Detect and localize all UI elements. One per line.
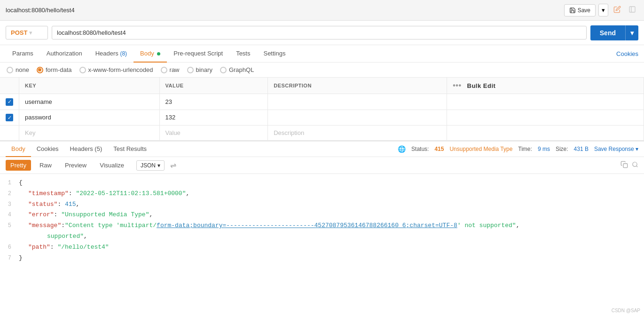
body-type-none[interactable]: none: [7, 66, 29, 73]
status-text: Unsupported Media Type: [449, 146, 512, 152]
empty-action: [447, 126, 644, 141]
tab-tests[interactable]: Tests: [229, 45, 257, 63]
body-type-form-data[interactable]: form-data: [37, 66, 72, 73]
tab-pre-request[interactable]: Pre-request Script: [167, 45, 229, 63]
th-description: DESCRIPTION: [268, 78, 447, 94]
json-line-6: 6 "path": "/hello/test4": [0, 242, 644, 253]
body-dot: [157, 52, 160, 55]
save-dropdown-button[interactable]: ▾: [598, 4, 608, 16]
tab-headers[interactable]: Headers (8): [89, 45, 134, 63]
row1-description[interactable]: [268, 94, 447, 110]
row2-checkbox[interactable]: [6, 114, 13, 121]
globe-icon: 🌐: [398, 145, 406, 153]
status-code: 415: [434, 146, 444, 152]
radio-form-data: [37, 67, 43, 73]
json-line-7: 7 }: [0, 253, 644, 264]
rtab-headers[interactable]: Headers (5): [64, 142, 108, 157]
more-options-icon[interactable]: •••: [453, 81, 461, 90]
row1-checkbox-cell: [0, 94, 19, 110]
save-button[interactable]: Save: [564, 4, 596, 16]
response-time: 9 ms: [538, 146, 550, 152]
request-section: Params Authorization Headers (8) Body Pr…: [0, 45, 644, 142]
edit-icon: [613, 6, 621, 13]
empty-checkbox-cell: [0, 126, 19, 141]
url-input[interactable]: [52, 26, 587, 39]
form-data-table: KEY VALUE DESCRIPTION ••• Bulk Edit: [0, 78, 644, 141]
body-type-binary[interactable]: binary: [187, 66, 212, 73]
row1-action: [447, 94, 644, 110]
bulk-edit-button[interactable]: Bulk Edit: [467, 82, 496, 89]
svg-line-4: [636, 166, 638, 167]
empty-description[interactable]: Description: [268, 126, 447, 141]
th-checkbox: [0, 78, 19, 94]
search-icon: [632, 161, 638, 168]
row2-description[interactable]: [268, 110, 447, 126]
rtab-cookies[interactable]: Cookies: [31, 142, 64, 157]
table-row-empty: Key Value Description: [0, 126, 644, 141]
save-response-button[interactable]: Save Response ▾: [594, 146, 638, 152]
main-content: Params Authorization Headers (8) Body Pr…: [0, 45, 644, 315]
rtab-body[interactable]: Body: [6, 142, 31, 157]
json-line-1: 1 {: [0, 178, 644, 189]
json-viewer: 1 { 2 "timestamp": "2022-05-12T11:02:13.…: [0, 174, 644, 315]
row2-value[interactable]: 132: [159, 110, 268, 126]
copy-icon: [620, 161, 628, 168]
tab-settings[interactable]: Settings: [257, 45, 292, 63]
json-line-5: 5 "message": "Content type 'multipart/fo…: [0, 220, 644, 231]
cookies-link[interactable]: Cookies: [616, 50, 638, 57]
tab-authorization[interactable]: Authorization: [40, 45, 89, 63]
send-button[interactable]: Send ▾: [590, 25, 638, 40]
body-types-row: none form-data x-www-form-urlencoded raw…: [0, 63, 644, 78]
svg-rect-0: [629, 7, 635, 12]
json-line-2: 2 "timestamp": "2022-05-12T11:02:13.581+…: [0, 189, 644, 199]
body-type-urlencoded[interactable]: x-www-form-urlencoded: [79, 66, 153, 73]
radio-none: [7, 67, 13, 73]
radio-raw: [161, 67, 167, 73]
json-line-5b: supported",: [0, 231, 644, 242]
json-line-4: 4 "error": "Unsupported Media Type",: [0, 210, 644, 220]
watermark: CSDN @SAP: [612, 308, 640, 313]
format-right-actions: [620, 161, 638, 170]
empty-value[interactable]: Value: [159, 126, 268, 141]
th-key: KEY: [19, 78, 160, 94]
format-visualize-button[interactable]: Visualize: [95, 160, 129, 171]
row2-checkbox-cell: [0, 110, 19, 126]
request-bar: POST ▾ Send ▾: [0, 21, 644, 45]
view-icon-button[interactable]: [626, 3, 638, 17]
tab-body[interactable]: Body: [134, 45, 167, 63]
radio-urlencoded: [79, 67, 86, 73]
response-tabs-row: Body Cookies Headers (5) Test Results 🌐 …: [0, 142, 644, 157]
wrap-icon-button[interactable]: ⇌: [170, 161, 176, 170]
th-actions: ••• Bulk Edit: [447, 78, 644, 94]
svg-point-3: [633, 162, 637, 166]
row1-value[interactable]: 23: [159, 94, 268, 110]
window-title: localhost:8080/hello/test4: [6, 7, 75, 14]
rtab-test-results[interactable]: Test Results: [108, 142, 152, 157]
format-raw-button[interactable]: Raw: [35, 160, 56, 171]
tab-params[interactable]: Params: [6, 45, 40, 63]
copy-button[interactable]: [620, 161, 628, 170]
empty-key[interactable]: Key: [19, 126, 160, 141]
method-select[interactable]: POST ▾: [6, 26, 48, 39]
format-pretty-button[interactable]: Pretty: [6, 160, 31, 171]
th-value: VALUE: [159, 78, 268, 94]
svg-rect-2: [623, 164, 628, 168]
body-type-raw[interactable]: raw: [161, 66, 180, 73]
save-icon: [569, 7, 576, 14]
row1-checkbox[interactable]: [6, 98, 13, 106]
response-format-row: Pretty Raw Preview Visualize JSON ▾ ⇌: [0, 157, 644, 174]
layout-icon: [628, 6, 636, 13]
table-row: password 132: [0, 110, 644, 126]
json-line-3: 3 "status": 415,: [0, 199, 644, 210]
request-tabs-row: Params Authorization Headers (8) Body Pr…: [0, 45, 644, 63]
title-bar-actions: Save ▾: [564, 3, 638, 17]
body-type-graphql[interactable]: GraphQL: [220, 66, 254, 73]
search-button[interactable]: [632, 161, 638, 169]
edit-icon-button[interactable]: [611, 3, 623, 17]
json-format-select[interactable]: JSON ▾: [136, 160, 165, 171]
format-preview-button[interactable]: Preview: [60, 160, 91, 171]
row2-action: [447, 110, 644, 126]
row2-key[interactable]: password: [19, 110, 160, 126]
row1-key[interactable]: username: [19, 94, 160, 110]
radio-binary: [187, 67, 194, 73]
